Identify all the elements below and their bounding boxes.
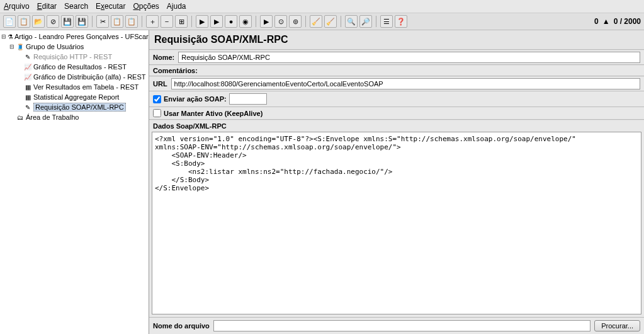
open-icon[interactable]: 📂 xyxy=(32,15,45,28)
keepalive-checkbox[interactable] xyxy=(153,109,161,117)
menu-ajuda[interactable]: Ajuda xyxy=(167,2,186,11)
warning-icon: ▲ xyxy=(602,17,610,26)
menu-editar[interactable]: Editar xyxy=(37,2,57,11)
menu-search[interactable]: Search xyxy=(64,2,88,11)
search-icon[interactable]: 🔍 xyxy=(345,15,358,28)
table-icon: ▦ xyxy=(23,83,32,91)
nome-arquivo-input[interactable] xyxy=(213,320,590,331)
save-icon[interactable]: 💾 xyxy=(61,15,74,28)
workbench-icon: 🗂 xyxy=(16,113,25,122)
graph-icon: 📈 xyxy=(23,72,32,81)
tree-grafico-res[interactable]: · 📈 Gráfico de Resultados - REST xyxy=(1,62,147,72)
remote-start-icon[interactable]: ▶ xyxy=(260,15,273,28)
expand-icon[interactable]: ＋ xyxy=(146,15,159,28)
menu-arquivo[interactable]: Arquivo xyxy=(4,2,30,11)
tree-req-soap[interactable]: · ✎ Requisição SOAP/XML-RPC xyxy=(1,102,147,112)
toolbar: 📄 📋 📂 ⊘ 💾 💾 ✂ 📋 📋 ＋ − ⊞ ▶ ▶ ● ◉ ▶ ⊙ ⊚ 🧹 … xyxy=(0,13,644,30)
tree-grupo[interactable]: ⊟ 🧵 Grupo de Usuários xyxy=(1,42,147,52)
help-icon[interactable]: ❓ xyxy=(395,15,407,28)
tree-toggle-icon[interactable]: ⊟ xyxy=(1,34,6,40)
procurar-button[interactable]: Procurar... xyxy=(594,320,640,331)
remote-shutdown-icon[interactable]: ⊚ xyxy=(289,15,302,28)
tree-toggle-icon[interactable]: ⊟ xyxy=(9,44,14,50)
new-icon[interactable]: 📄 xyxy=(3,15,16,28)
start-icon[interactable]: ▶ xyxy=(196,15,208,28)
paste-icon[interactable]: 📋 xyxy=(125,15,138,28)
function-helper-icon[interactable]: ☰ xyxy=(380,15,393,28)
nome-label: Nome: xyxy=(153,54,174,61)
tree-grafico-dist[interactable]: · 📈 Gráfico de Distribuição (alfa) - RES… xyxy=(1,72,147,82)
close-icon[interactable]: ⊘ xyxy=(47,15,59,28)
collapse-icon[interactable]: − xyxy=(161,15,173,28)
tree-panel: ⊟ ⚗ Artigo - Leandro Peres Gonçalves - U… xyxy=(0,30,149,334)
nome-input[interactable] xyxy=(178,52,640,63)
tree-root[interactable]: ⊟ ⚗ Artigo - Leandro Peres Gonçalves - U… xyxy=(1,32,147,42)
menu-opcoes[interactable]: Opções xyxy=(133,2,159,11)
dados-label: Dados Soap/XML-RPC xyxy=(149,120,644,132)
thread-group-icon: 🧵 xyxy=(16,42,25,51)
graph-icon: 📈 xyxy=(23,62,32,71)
nome-arquivo-label: Nome do arquivo xyxy=(153,322,210,330)
flask-icon: ⚗ xyxy=(8,32,13,41)
clear-all-icon[interactable]: 🧹 xyxy=(324,15,337,28)
tree-ver-res[interactable]: · ▦ Ver Resultados em Tabela - REST xyxy=(1,82,147,92)
url-label: URL xyxy=(153,80,167,88)
stop-icon[interactable]: ● xyxy=(225,15,237,28)
tree-req-http[interactable]: · ✎ Requisição HTTP - REST xyxy=(1,52,147,62)
soap-action-input[interactable] xyxy=(229,93,267,105)
saveas-icon[interactable]: 💾 xyxy=(76,15,88,28)
keepalive-label: Usar Manter Ativo (KeepAlive) xyxy=(164,110,263,117)
copy-icon[interactable]: 📋 xyxy=(111,15,123,28)
cut-icon[interactable]: ✂ xyxy=(96,15,109,28)
clear-icon[interactable]: 🧹 xyxy=(310,15,322,28)
shutdown-icon[interactable]: ◉ xyxy=(239,15,252,28)
toolbar-status: 0 ▲ 0 / 2000 xyxy=(594,17,641,26)
remote-stop-icon[interactable]: ⊙ xyxy=(274,15,287,28)
sampler-icon: ✎ xyxy=(23,103,32,112)
menubar: Arquivo Editar Search Executar Opções Aj… xyxy=(0,0,644,13)
menu-executar[interactable]: Executar xyxy=(96,2,125,11)
reset-search-icon[interactable]: 🔎 xyxy=(359,15,372,28)
comentarios-label: Comentários: xyxy=(153,67,198,74)
error-count: 0 xyxy=(594,17,599,26)
report-icon: ▦ xyxy=(23,93,32,101)
start-notimers-icon[interactable]: ▶ xyxy=(210,15,223,28)
thread-counter: 0 / 2000 xyxy=(614,17,641,26)
toggle-icon[interactable]: ⊞ xyxy=(175,15,188,28)
panel-title: Requisição SOAP/XML-RPC xyxy=(149,30,644,50)
sampler-icon: ✎ xyxy=(23,52,32,61)
templates-icon[interactable]: 📋 xyxy=(18,15,30,28)
xml-textarea[interactable] xyxy=(152,132,641,314)
tree-stat-agg[interactable]: · ▦ Statistical Aggregate Report xyxy=(1,92,147,102)
enviar-soap-label: Enviar ação SOAP: xyxy=(164,95,227,103)
enviar-soap-checkbox[interactable] xyxy=(153,95,161,103)
url-input[interactable] xyxy=(171,78,640,89)
tree-area[interactable]: · 🗂 Área de Trabalho xyxy=(1,112,147,122)
content-panel: Requisição SOAP/XML-RPC Nome: Comentário… xyxy=(149,30,644,334)
